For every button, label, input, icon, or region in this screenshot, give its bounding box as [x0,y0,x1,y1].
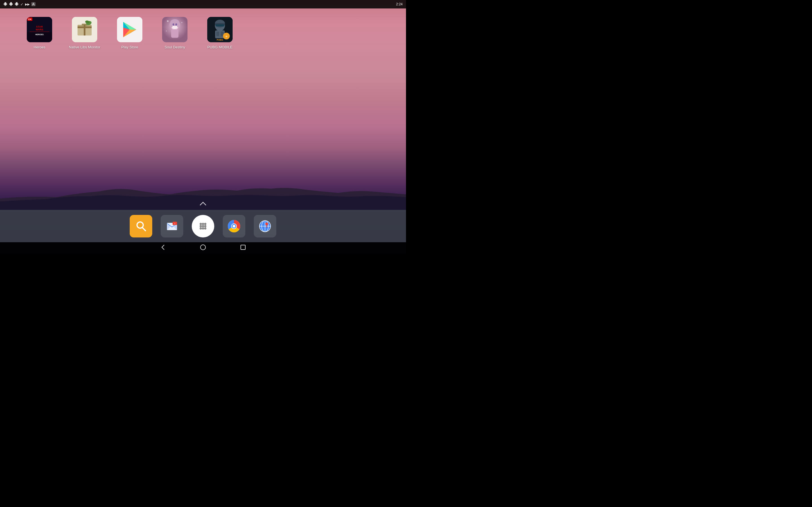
app-native-libs[interactable]: Native Libs Monitor [62,17,107,49]
app-pubg-mobile[interactable]: PUBG G PUBG MOBILE [197,17,243,49]
android-icon-1 [3,2,7,6]
svg-point-59 [200,225,202,227]
svg-point-30 [177,22,180,27]
svg-point-31 [172,23,174,25]
svg-point-35 [181,22,183,23]
svg-line-50 [142,228,146,231]
svg-rect-13 [84,25,86,36]
heroes-label: Heroes [34,45,45,49]
nav-recents-button[interactable] [240,244,246,251]
alpha-icon: A [31,2,36,6]
native-libs-icon [72,17,97,42]
svg-point-36 [166,31,167,32]
svg-rect-14 [78,26,92,28]
pubg-label: PUBG MOBILE [207,45,233,49]
svg-text:EA: EA [28,18,31,20]
svg-text:!: ! [174,223,175,225]
svg-rect-5 [30,32,49,32]
svg-point-29 [169,22,173,27]
fast-forward-icon: ▶▶ [25,3,30,6]
pubg-icon: PUBG G [207,17,233,42]
svg-text:PUBG: PUBG [216,39,223,41]
native-libs-label: Native Libs Monitor [69,45,100,49]
svg-point-62 [200,227,202,230]
svg-point-75 [200,245,206,250]
nav-back-button[interactable] [160,244,166,251]
svg-point-34 [167,20,168,22]
svg-point-61 [204,225,206,227]
svg-point-74 [265,223,268,225]
app-heroes[interactable]: STAR WARS HEROES EA Heroes [17,17,62,49]
app-play-store[interactable]: Play Store [107,17,152,49]
svg-rect-44 [216,32,219,36]
svg-point-32 [175,23,177,25]
status-time: 2:24 [396,2,403,6]
play-store-icon [117,17,142,42]
svg-point-68 [233,225,236,228]
app-soul-destiny[interactable]: Soul Destiny [152,17,197,49]
heroes-icon: STAR WARS HEROES EA [27,17,52,42]
svg-point-64 [204,227,206,230]
svg-text:STAR: STAR [36,25,43,28]
dock-web-button[interactable] [254,215,276,237]
svg-text:G: G [225,35,227,38]
chevron-up[interactable] [200,201,206,207]
dock-search-button[interactable] [130,215,152,237]
checkmark-icon: ✓ [20,2,23,6]
dock-chrome-button[interactable] [223,215,245,237]
status-bar: ✓ ▶▶ A 2:24 [0,0,406,8]
nav-home-button[interactable] [200,244,206,251]
android-icon-2 [9,2,13,6]
soul-destiny-icon [162,17,188,42]
svg-point-56 [200,223,202,225]
svg-point-58 [204,223,206,225]
dock-app-drawer-button[interactable] [192,215,214,237]
svg-text:HEROES: HEROES [35,34,44,36]
app-row-1: STAR WARS HEROES EA Heroes [0,8,406,49]
dock-email-button[interactable]: ! [161,215,183,237]
nav-bar [0,242,406,253]
svg-rect-76 [241,245,245,249]
svg-point-60 [202,225,204,227]
status-icons-left: ✓ ▶▶ A [3,2,36,6]
svg-rect-33 [171,29,179,38]
dock: ! [0,210,406,242]
desktop: STAR WARS HEROES EA Heroes [0,8,406,210]
svg-point-63 [202,227,204,230]
svg-point-57 [202,223,204,225]
svg-rect-42 [216,24,224,26]
android-icon-3 [15,2,18,6]
svg-text:WARS: WARS [36,28,43,31]
play-store-label: Play Store [121,45,138,49]
soul-destiny-label: Soul Destiny [165,45,185,49]
